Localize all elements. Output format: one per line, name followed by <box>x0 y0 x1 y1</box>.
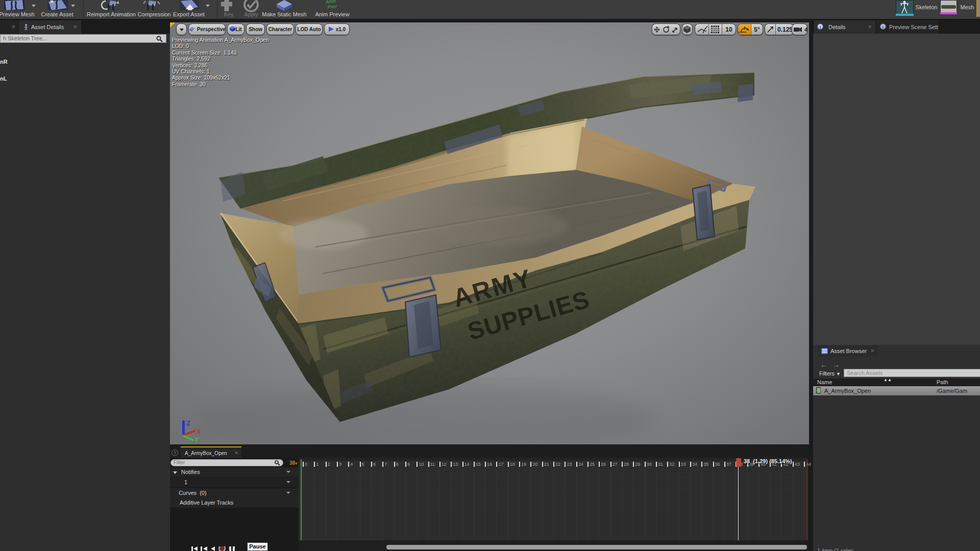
svg-text:X: X <box>197 428 201 435</box>
svg-text:5°: 5° <box>754 26 760 33</box>
svg-text:4: 4 <box>804 27 807 33</box>
svg-text:10: 10 <box>725 26 732 33</box>
svg-text:0.125: 0.125 <box>777 26 793 33</box>
svg-text:Z: Z <box>186 419 190 427</box>
svg-text:Y: Y <box>194 436 199 442</box>
svg-text:Prev: Prev <box>327 4 337 10</box>
